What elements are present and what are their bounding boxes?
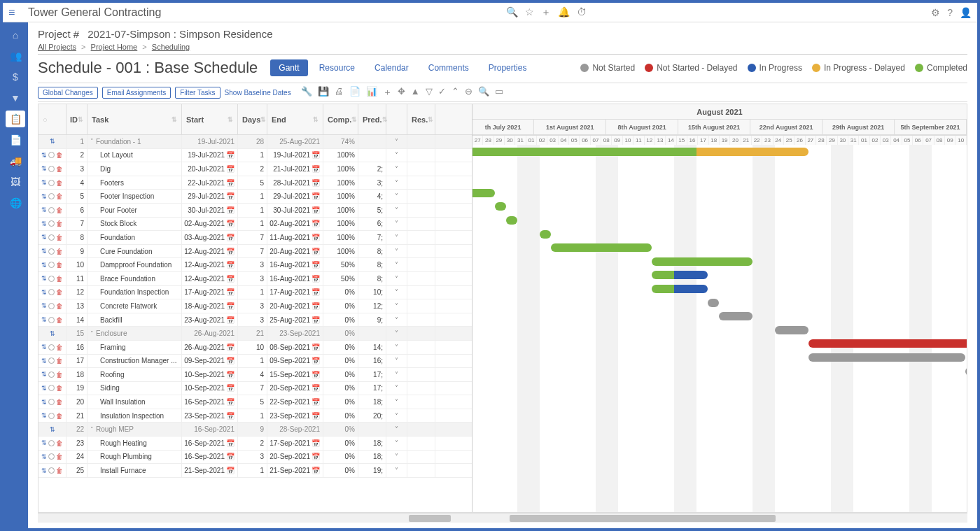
calendar-icon[interactable]: 📅 <box>312 288 320 296</box>
cell-end[interactable]: 11-Aug-2021📅 <box>267 231 323 244</box>
select-circle[interactable] <box>48 467 55 474</box>
reorder-icon[interactable]: ⇅ <box>41 152 47 159</box>
dropdown-icon[interactable]: ˅ <box>395 220 398 227</box>
cell-start[interactable]: 02-Aug-2021📅 <box>182 218 238 231</box>
cell-days[interactable]: 9 <box>238 423 267 436</box>
delete-icon[interactable]: 🗑 <box>56 384 63 392</box>
cell-end[interactable]: 17-Aug-2021📅 <box>267 286 323 299</box>
table-row[interactable]: ⇅🗑19Siding10-Sep-2021📅720-Sep-2021📅0%17;… <box>38 382 472 396</box>
cell-end[interactable]: 23-Sep-2021📅 <box>267 409 323 423</box>
breadcrumb-link[interactable]: Scheduling <box>152 43 190 51</box>
gear-icon[interactable]: ⚙ <box>931 7 940 18</box>
cell-start[interactable]: 12-Aug-2021📅 <box>182 258 238 271</box>
table-row[interactable]: ⇅🗑5Footer Inspection29-Jul-2021📅129-Jul-… <box>38 190 472 204</box>
cell-end[interactable]: 30-Jul-2021📅 <box>267 204 323 217</box>
cell-end[interactable]: 17-Sep-2021📅 <box>267 437 323 450</box>
delete-icon[interactable]: 🗑 <box>56 165 63 173</box>
tab-properties[interactable]: Properties <box>480 59 536 76</box>
select-circle[interactable] <box>48 180 55 186</box>
calendar-icon[interactable]: 📅 <box>312 151 320 159</box>
cell-days[interactable]: 2 <box>238 162 267 176</box>
select-circle[interactable] <box>48 166 55 172</box>
sidebar-globe-icon[interactable]: 🌐 <box>6 194 25 211</box>
calendar-icon[interactable]: 📅 <box>226 206 234 214</box>
col-end[interactable]: End⇅ <box>267 104 323 134</box>
cell-task[interactable]: Footer Inspection <box>88 190 182 203</box>
delete-icon[interactable]: 🗑 <box>56 248 63 255</box>
reorder-icon[interactable]: ⇅ <box>41 179 47 186</box>
calendar-icon[interactable]: 📅 <box>226 357 234 364</box>
filter-tasks-button[interactable]: Filter Tasks <box>175 87 220 99</box>
cell-comp[interactable]: 100% <box>323 149 358 162</box>
cell-res[interactable] <box>407 437 435 450</box>
cell-res[interactable] <box>407 162 435 176</box>
calendar-icon[interactable]: 📅 <box>226 453 234 460</box>
reorder-icon[interactable]: ⇅ <box>41 467 47 474</box>
calendar-icon[interactable]: 📅 <box>312 316 320 324</box>
calendar-icon[interactable]: 📅 <box>312 371 320 378</box>
cell-pred[interactable]: 20; <box>358 409 386 423</box>
table-row[interactable]: ⇅🗑25Install Furnace21-Sep-2021📅121-Sep-2… <box>38 464 472 478</box>
reorder-icon[interactable]: ⇅ <box>41 289 47 296</box>
cell-comp[interactable]: 50% <box>323 272 358 285</box>
cell-start[interactable]: 29-Jul-2021📅 <box>182 190 238 203</box>
cell-comp[interactable]: 0% <box>323 368 358 381</box>
dropdown-icon[interactable]: ˅ <box>395 179 398 187</box>
breadcrumb-link[interactable]: Project Home <box>91 43 138 51</box>
add-icon[interactable]: ＋ <box>541 6 551 19</box>
gantt-bar[interactable] <box>495 202 506 211</box>
calendar-icon[interactable]: 📅 <box>226 316 234 324</box>
cell-task[interactable]: Roofing <box>88 368 182 381</box>
reorder-icon[interactable]: ⇅ <box>41 316 47 323</box>
calendar-icon[interactable]: 📅 <box>226 288 234 296</box>
gantt-bar[interactable] <box>551 243 652 252</box>
gantt-bar[interactable] <box>472 189 495 197</box>
table-row[interactable]: ⇅🗑2Lot Layout19-Jul-2021📅119-Jul-2021📅10… <box>38 149 472 163</box>
horizontal-scrollbar[interactable] <box>38 513 967 523</box>
cell-end[interactable]: 23-Sep-2021 <box>267 327 323 340</box>
gantt-bar[interactable] <box>652 257 752 266</box>
select-circle[interactable] <box>48 303 55 309</box>
calendar-icon[interactable]: 📅 <box>226 398 234 406</box>
select-circle[interactable] <box>48 262 55 268</box>
cell-comp[interactable]: 0% <box>323 409 358 423</box>
calendar-icon[interactable]: 📅 <box>226 384 234 392</box>
cell-res[interactable] <box>407 464 435 477</box>
cell-days[interactable]: 5 <box>238 395 267 409</box>
cell-task[interactable]: Concrete Flatwork <box>88 299 182 313</box>
select-circle[interactable] <box>48 413 55 419</box>
cell-res[interactable] <box>407 423 435 436</box>
cell-start[interactable]: 10-Sep-2021📅 <box>182 382 238 395</box>
cell-end[interactable]: 21-Jul-2021📅 <box>267 162 323 176</box>
cell-days[interactable]: 5 <box>238 176 267 190</box>
cell-task[interactable]: Insulation Inspection <box>88 409 182 423</box>
cell-pred[interactable]: 18; <box>358 395 386 409</box>
cell-end[interactable]: 29-Jul-2021📅 <box>267 190 323 203</box>
cell-pred[interactable]: 2; <box>358 162 386 176</box>
dropdown-icon[interactable]: ˅ <box>395 206 398 214</box>
table-row[interactable]: ⇅🗑11Brace Foundation12-Aug-2021📅316-Aug-… <box>38 272 472 286</box>
cell-start[interactable]: 09-Sep-2021📅 <box>182 355 238 368</box>
select-circle[interactable] <box>48 276 55 282</box>
col-comp[interactable]: Comp.⇅ <box>323 104 358 134</box>
delete-icon[interactable]: 🗑 <box>56 316 63 324</box>
dropdown-icon[interactable]: ˅ <box>395 467 398 474</box>
dropdown-icon[interactable]: ˅ <box>395 234 398 241</box>
cell-comp[interactable]: 0% <box>323 423 358 436</box>
cell-pred[interactable]: 4; <box>358 190 386 203</box>
calendar-icon[interactable]: 📅 <box>226 261 234 269</box>
gantt-bar[interactable] <box>965 367 967 376</box>
cell-res[interactable] <box>407 395 435 409</box>
cell-res[interactable] <box>407 149 435 162</box>
delete-icon[interactable]: 🗑 <box>56 412 63 420</box>
cell-end[interactable]: 15-Sep-2021📅 <box>267 368 323 381</box>
cell-task[interactable]: Rough Heating <box>88 437 182 450</box>
cell-task[interactable]: Foundation <box>88 231 182 244</box>
cell-comp[interactable]: 0% <box>323 341 358 354</box>
table-row[interactable]: ⇅1˅Foundation - 119-Jul-20212825-Aug-202… <box>38 135 472 149</box>
cell-res[interactable] <box>407 409 435 423</box>
reorder-icon[interactable]: ⇅ <box>41 206 47 213</box>
cell-days[interactable]: 3 <box>238 313 267 327</box>
delete-icon[interactable]: 🗑 <box>56 302 63 310</box>
col-start[interactable]: Start⇅ <box>182 104 238 134</box>
